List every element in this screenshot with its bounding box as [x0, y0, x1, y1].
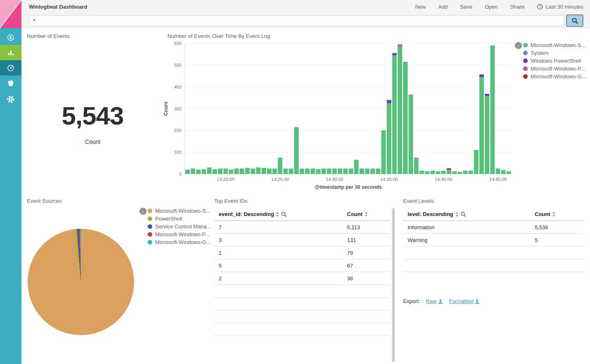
- histogram-bar[interactable]: [311, 169, 315, 174]
- histogram-bar-segment[interactable]: [447, 168, 451, 170]
- histogram-bar[interactable]: [294, 127, 299, 174]
- histogram-bar[interactable]: [218, 169, 222, 174]
- export-formatted-link[interactable]: Formatted: [449, 298, 480, 304]
- histogram-bar[interactable]: [479, 77, 484, 174]
- sidebar-item-dashboard[interactable]: [0, 60, 21, 75]
- histogram-bar[interactable]: [305, 169, 309, 174]
- histogram-bar[interactable]: [414, 157, 418, 174]
- magnifier-icon[interactable]: [281, 211, 287, 217]
- histogram-bar[interactable]: [403, 62, 408, 174]
- legend-item[interactable]: Windows PowerShell: [523, 57, 590, 65]
- table-row[interactable]: Warning5: [403, 234, 584, 247]
- histogram-bar-segment[interactable]: [387, 100, 391, 103]
- table-row[interactable]: 238: [214, 272, 390, 285]
- table-row[interactable]: 567: [214, 259, 390, 272]
- legend-item[interactable]: Microsoft-Windows-P...: [523, 65, 590, 73]
- menu-item-add[interactable]: Add: [438, 4, 448, 10]
- histogram-bar[interactable]: [381, 130, 386, 174]
- histogram-bar[interactable]: [262, 168, 266, 174]
- table-row[interactable]: 3131: [214, 234, 390, 247]
- histogram-bar[interactable]: [359, 169, 364, 174]
- histogram-bar[interactable]: [196, 169, 201, 174]
- histogram-bar-segment[interactable]: [485, 94, 489, 96]
- histogram-bar[interactable]: [212, 169, 217, 174]
- column-header-count[interactable]: Count: [535, 211, 556, 217]
- histogram-bar-segment[interactable]: [479, 75, 484, 77]
- sidebar-item-visualize[interactable]: [0, 45, 21, 60]
- histogram-bar[interactable]: [458, 172, 462, 174]
- histogram-bar[interactable]: [283, 169, 288, 174]
- histogram-bar[interactable]: [349, 169, 353, 174]
- column-header-event-id[interactable]: event_id: Descending: [219, 211, 287, 217]
- table-row[interactable]: Information5,538: [403, 221, 584, 234]
- menu-item-new[interactable]: New: [415, 4, 426, 10]
- histogram-bar[interactable]: [267, 169, 271, 174]
- histogram-bar[interactable]: [365, 169, 370, 174]
- histogram-bar[interactable]: [371, 169, 375, 174]
- histogram-bar[interactable]: [392, 55, 397, 174]
- histogram-bar[interactable]: [485, 96, 489, 174]
- histogram-bar[interactable]: [463, 171, 467, 174]
- table-row[interactable]: 75,113: [214, 221, 390, 234]
- histogram-bar[interactable]: [240, 169, 244, 174]
- histogram-bar[interactable]: [501, 170, 506, 174]
- magnifier-icon[interactable]: [460, 211, 466, 217]
- sidebar-item-discover[interactable]: [0, 30, 21, 45]
- search-button[interactable]: [566, 14, 583, 27]
- histogram-bar[interactable]: [490, 45, 495, 174]
- histogram-bar[interactable]: [223, 169, 228, 174]
- histogram-bar[interactable]: [338, 169, 342, 174]
- sidebar-item-plugin[interactable]: [0, 75, 21, 91]
- histogram-bar[interactable]: [387, 103, 391, 174]
- histogram-bar[interactable]: [191, 169, 195, 174]
- legend-item[interactable]: Microsoft-Windows-S...: [523, 41, 590, 49]
- histogram-bar[interactable]: [278, 157, 282, 174]
- histogram-bar[interactable]: [441, 171, 446, 174]
- export-raw-link[interactable]: Raw: [426, 298, 443, 304]
- search-input[interactable]: [29, 15, 564, 26]
- histogram-bar[interactable]: [420, 171, 424, 174]
- histogram-bar[interactable]: [300, 169, 304, 174]
- legend-item[interactable]: Microsoft-Windows-G...: [148, 238, 218, 246]
- legend-item[interactable]: System: [523, 49, 590, 57]
- histogram-bar[interactable]: [447, 170, 451, 174]
- histogram-bar[interactable]: [452, 171, 457, 174]
- histogram-bar[interactable]: [332, 169, 337, 174]
- histogram-bar[interactable]: [185, 169, 190, 174]
- histogram-bar[interactable]: [496, 169, 500, 174]
- legend-item[interactable]: Microsoft-Windows-P...: [148, 230, 218, 238]
- histogram-bar[interactable]: [468, 171, 473, 174]
- legend-item[interactable]: Service Control Mana...: [148, 223, 218, 230]
- histogram-bar[interactable]: [245, 168, 250, 174]
- histogram-bar[interactable]: [343, 169, 348, 174]
- histogram-bar[interactable]: [229, 169, 234, 174]
- table-row[interactable]: 179: [214, 247, 390, 259]
- sidebar-item-management[interactable]: [0, 92, 21, 107]
- histogram-bar[interactable]: [289, 169, 293, 174]
- histogram-bar-segment[interactable]: [392, 53, 397, 55]
- kibana-logo[interactable]: [0, 0, 21, 28]
- legend-item[interactable]: PowerShell: [148, 215, 218, 223]
- menu-item-share[interactable]: Share: [510, 4, 525, 10]
- histogram-bar[interactable]: [354, 160, 359, 174]
- histogram-bar[interactable]: [436, 171, 440, 174]
- histogram-bar[interactable]: [234, 169, 239, 174]
- legend-toggle[interactable]: ›: [515, 42, 522, 49]
- histogram-bar[interactable]: [398, 47, 402, 174]
- menu-item-save[interactable]: Save: [460, 4, 472, 10]
- column-header-count[interactable]: Count: [347, 211, 368, 217]
- histogram-bar[interactable]: [256, 167, 261, 174]
- legend-item[interactable]: Microsoft-Windows-G...: [523, 73, 590, 80]
- legend-toggle[interactable]: ›: [139, 208, 146, 215]
- histogram-bar[interactable]: [321, 169, 326, 174]
- histogram-bar[interactable]: [474, 150, 479, 174]
- histogram-bar[interactable]: [425, 171, 430, 174]
- histogram-bar[interactable]: [507, 171, 511, 174]
- pie-chart[interactable]: [28, 229, 134, 335]
- histogram-bar[interactable]: [430, 171, 435, 174]
- histogram-bar[interactable]: [202, 169, 206, 174]
- histogram-bar[interactable]: [327, 169, 331, 174]
- legend-item[interactable]: Microsoft-Windows-S...: [148, 207, 218, 215]
- histogram-bar[interactable]: [272, 169, 277, 174]
- histogram-bar[interactable]: [316, 169, 321, 174]
